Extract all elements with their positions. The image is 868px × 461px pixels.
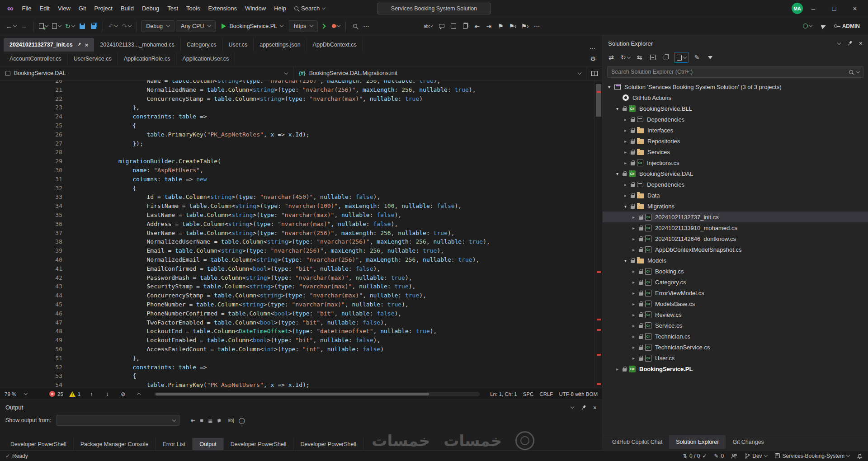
expander-closed-icon[interactable]: ▸	[623, 117, 628, 122]
branch-selector-button[interactable]: Dev	[745, 453, 767, 459]
chevron-down-icon[interactable]	[837, 41, 841, 44]
code-editor[interactable]: 20 Name = table.Column<string>(type: "nv…	[0, 80, 602, 388]
code-line[interactable]: 40 NormalizedEmail = table.Column<string…	[0, 255, 594, 264]
editor-tab[interactable]: AccountController.cs	[4, 53, 68, 65]
editor-horizontal-scrollbar[interactable]	[154, 392, 480, 396]
sync-with-active-document-icon[interactable]: ⇄	[606, 52, 616, 63]
next-issue-button[interactable]: ↓	[102, 388, 112, 400]
menu-item-debug[interactable]: Debug	[138, 0, 163, 17]
tree-item[interactable]: ▸Dependencies	[603, 114, 868, 125]
expander-closed-icon[interactable]: ▸	[631, 312, 637, 317]
code-line[interactable]: 49 LockoutEnabled = table.Column<bool>(t…	[0, 336, 594, 345]
send-feedback-button[interactable]	[819, 20, 829, 32]
expander-closed-icon[interactable]: ▸	[623, 150, 628, 155]
save-button[interactable]	[77, 20, 87, 32]
menu-item-file[interactable]: File	[18, 0, 36, 17]
expander-closed-icon[interactable]: ▸	[631, 269, 637, 274]
line-ending-indicator[interactable]: CRLF	[539, 391, 553, 397]
tree-item[interactable]: ▾C#BookingService.DAL	[603, 168, 868, 179]
save-all-button[interactable]	[89, 20, 99, 32]
toolbar-overflow-button[interactable]: ⋯	[361, 20, 371, 32]
navigate-forward-button[interactable]: →	[19, 20, 29, 32]
code-line[interactable]: 31 columns: table => new	[0, 175, 594, 184]
editor-tab[interactable]: ApplicationUser.cs	[177, 53, 236, 65]
code-line[interactable]: 54 table.PrimaryKey("PK_AspNetUsers", x …	[0, 381, 594, 388]
tree-item[interactable]: ▸C#20241021142646_dontknow.cs	[603, 233, 868, 244]
restore-packages-button[interactable]: ↻	[64, 20, 76, 32]
scrollbar-thumb[interactable]	[156, 393, 429, 395]
bookmark-prev-button[interactable]: ⚑‹	[507, 20, 518, 32]
tree-item[interactable]: ▸C#Technician.cs	[603, 331, 868, 342]
sidebar-tab[interactable]: Git Changes	[726, 435, 770, 449]
panel-tab[interactable]: Error List	[156, 438, 193, 450]
refresh-icon[interactable]: ↻	[619, 52, 632, 63]
editor-tab[interactable]: AppDbContext.cs	[307, 38, 363, 52]
expander-closed-icon[interactable]: ▸	[631, 291, 637, 296]
copy-button[interactable]	[460, 20, 470, 32]
panel-tab[interactable]: Package Manager Console	[74, 438, 156, 450]
pin-icon[interactable]	[580, 404, 587, 411]
expander-open-icon[interactable]: ▾	[623, 258, 628, 263]
tree-item[interactable]: ▾C#BookingService.BLL	[603, 103, 868, 114]
sidebar-tab[interactable]: Solution Explorer	[669, 435, 726, 449]
start-debugging-button[interactable]: BookingService.PL	[217, 20, 288, 32]
code-line[interactable]: 44 ConcurrencyStamp = table.Column<strin…	[0, 291, 594, 300]
clear-annotations-button[interactable]: ⊘	[118, 388, 128, 400]
tree-item[interactable]: ▸C#Booking.cs	[603, 266, 868, 277]
live-share-button[interactable]	[802, 20, 813, 32]
admin-button[interactable]: ADMIN	[834, 23, 860, 29]
menu-item-view[interactable]: View	[54, 0, 75, 17]
avatar[interactable]: MA	[792, 3, 803, 14]
tree-item[interactable]: ▸Interfaces	[603, 125, 868, 136]
solution-platforms-dropdown[interactable]: Any CPU	[176, 20, 216, 32]
code-line[interactable]: 41 EmailConfirmed = table.Column<bool>(t…	[0, 264, 594, 273]
expander-closed-icon[interactable]: ▸	[631, 323, 637, 328]
find-in-files-button[interactable]	[350, 20, 360, 32]
code-line[interactable]: 39 Email = table.Column<string>(type: "n…	[0, 246, 594, 255]
align-justify-icon[interactable]: ≣	[208, 417, 213, 424]
tree-item[interactable]: ▸C#ModelsBase.cs	[603, 298, 868, 309]
tree-item[interactable]: ▸Data	[603, 190, 868, 201]
tree-item[interactable]: ▸C#AppDbContextModelSnapshot.cs	[603, 244, 868, 255]
undo-button[interactable]: ↶	[107, 20, 119, 32]
start-without-debugging-button[interactable]	[319, 20, 329, 32]
tree-item[interactable]: ▸C#20241021132737_init.cs	[603, 212, 868, 222]
code-line[interactable]: 48 LockoutEnd = table.Column<DateTimeOff…	[0, 327, 594, 336]
jump-to-previous-icon[interactable]: ⇤	[190, 417, 195, 424]
maximize-button[interactable]: □	[824, 0, 844, 17]
tree-item[interactable]: ▸C#Injections.cs	[603, 157, 868, 168]
expander-closed-icon[interactable]: ▸	[623, 139, 628, 144]
zoom-dropdown[interactable]: 79 %	[5, 391, 43, 397]
notifications-button[interactable]	[857, 453, 863, 459]
timestamp-icon[interactable]: ◯	[239, 417, 245, 424]
expander-closed-icon[interactable]: ▸	[631, 236, 637, 241]
expander-open-icon[interactable]: ▾	[614, 106, 620, 111]
expander-closed-icon[interactable]: ▸	[623, 160, 628, 165]
tree-item[interactable]: GitHub Actions	[603, 92, 868, 103]
code-line[interactable]: 28	[0, 148, 594, 157]
panel-tab[interactable]: Developer PowerShell	[293, 438, 363, 450]
expander-closed-icon[interactable]: ▸	[631, 226, 637, 230]
global-search-box[interactable]: Services Booking System Solution	[377, 3, 491, 14]
editor-tab[interactable]: ApplicationRole.cs	[118, 53, 177, 65]
tree-item[interactable]: ▸Dependencies	[603, 179, 868, 190]
search-input[interactable]	[611, 69, 845, 75]
close-icon[interactable]: ×	[593, 404, 597, 411]
expander-closed-icon[interactable]: ▸	[623, 193, 628, 198]
indent-button[interactable]: ⇥	[484, 20, 494, 32]
toolbar-overflow-2-button[interactable]: ⋯	[532, 20, 542, 32]
edit-icon[interactable]: ✎	[692, 52, 702, 63]
code-line[interactable]: 33 Id = table.Column<string>(type: "nvar…	[0, 193, 594, 202]
bookmark-next-button[interactable]: ⚑›	[519, 20, 530, 32]
view-selector-dropdown[interactable]	[674, 52, 689, 63]
contributors-button[interactable]	[731, 453, 737, 459]
pin-icon[interactable]	[75, 42, 82, 48]
tree-item[interactable]: ▸Services	[603, 146, 868, 157]
code-line[interactable]: 51 },	[0, 354, 594, 363]
expander-closed-icon[interactable]: ▸	[631, 247, 637, 252]
tab-overflow-icon[interactable]: ⋯	[583, 44, 602, 52]
code-line[interactable]: 52 constraints: table =>	[0, 363, 594, 372]
tree-item[interactable]: ▸C#ErrorViewModel.cs	[603, 287, 868, 298]
expander-closed-icon[interactable]: ▸	[631, 215, 637, 220]
tree-item[interactable]: ▸C#Category.cs	[603, 277, 868, 287]
